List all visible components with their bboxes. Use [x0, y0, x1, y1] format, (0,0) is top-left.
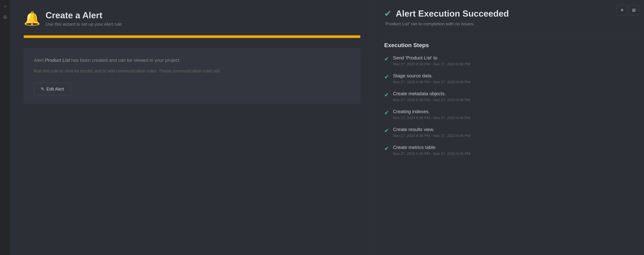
- step-content: Creating indexes. Nov 27, 2023 6:36 PM -…: [393, 109, 634, 120]
- progress-bar: [24, 35, 360, 38]
- header-text: Create a Alert Use this wizard to set up…: [46, 10, 123, 27]
- bell-icon: 🔔: [24, 11, 40, 26]
- page-subtitle: Use this wizard to set up your Alert rul…: [46, 22, 123, 27]
- step-time: Nov 27, 2023 6:36 PM - Nov 27, 2023 6:36…: [393, 134, 634, 138]
- panel-subtitle: 'Product List' ran to completion with no…: [384, 21, 634, 26]
- step-content: Stage source data. Nov 27, 2023 6:36 PM …: [393, 73, 634, 84]
- edit-alert-button[interactable]: ✎ Edit Alert: [34, 83, 71, 95]
- step-content: Create metadata objects. Nov 27, 2023 6:…: [393, 91, 634, 102]
- alert-message: Alert Product List has been created and …: [34, 56, 350, 64]
- panel-header: ✔ Alert Execution Succeeded: [384, 8, 634, 18]
- expand-icon[interactable]: »: [4, 4, 6, 9]
- step-content: Create results view. Nov 27, 2023 6:36 P…: [393, 127, 634, 138]
- progress-container: [24, 35, 360, 38]
- step-item: ✔ Stage source data. Nov 27, 2023 6:36 P…: [384, 73, 634, 84]
- step-check-icon: ✔: [384, 127, 389, 134]
- step-check-icon: ✔: [384, 109, 389, 116]
- step-time: Nov 27, 2023 6:36 PM - Nov 27, 2023 6:36…: [393, 62, 634, 66]
- step-check-icon: ✔: [384, 56, 389, 62]
- step-item: ✔ Create results view. Nov 27, 2023 6:36…: [384, 127, 634, 138]
- grid-button[interactable]: ⊞: [629, 5, 639, 15]
- sidebar: » ⊕: [0, 0, 10, 255]
- step-name: Create metadata objects.: [393, 91, 634, 96]
- step-check-icon: ✔: [384, 91, 389, 98]
- step-time: Nov 27, 2023 6:36 PM - Nov 27, 2023 6:36…: [393, 116, 634, 120]
- alert-subtext: Run this rule to view its results and to…: [34, 68, 350, 75]
- right-panel: ✕ ⊞ ✔ Alert Execution Succeeded 'Product…: [374, 0, 644, 255]
- step-item: ✔ Create metadata objects. Nov 27, 2023 …: [384, 91, 634, 102]
- close-icon: ✕: [620, 8, 624, 13]
- panel-title: Alert Execution Succeeded: [396, 8, 509, 18]
- step-content: Send 'Product List' to Nov 27, 2023 6:36…: [393, 55, 634, 66]
- step-name: Creating indexes.: [393, 109, 634, 114]
- execution-steps-list: ✔ Send 'Product List' to Nov 27, 2023 6:…: [384, 55, 634, 156]
- success-check-icon: ✔: [384, 8, 392, 18]
- steps-title: Execution Steps: [384, 42, 634, 48]
- step-content: Create metrics table. Nov 27, 2023 6:36 …: [393, 145, 634, 156]
- alert-box: Alert Product List has been created and …: [24, 48, 360, 104]
- step-check-icon: ✔: [384, 74, 389, 80]
- edit-button-label: Edit Alert: [46, 86, 64, 92]
- step-item: ✔ Create metrics table. Nov 27, 2023 6:3…: [384, 145, 634, 156]
- step-name: Stage source data.: [393, 73, 634, 78]
- close-button[interactable]: ✕: [617, 5, 627, 15]
- step-name: Create metrics table.: [393, 145, 634, 150]
- alert-message-suffix: has been created and can be viewed in yo…: [71, 58, 180, 63]
- edit-icon: ✎: [41, 86, 44, 92]
- step-time: Nov 27, 2023 6:36 PM - Nov 27, 2023 6:36…: [393, 98, 634, 102]
- step-time: Nov 27, 2023 6:36 PM - Nov 27, 2023 6:36…: [393, 152, 634, 156]
- step-name: Create results view.: [393, 127, 634, 132]
- main-content: 🔔 Create a Alert Use this wizard to set …: [10, 0, 374, 255]
- step-name: Send 'Product List' to: [393, 55, 634, 61]
- step-item: ✔ Send 'Product List' to Nov 27, 2023 6:…: [384, 55, 634, 66]
- step-item: ✔ Creating indexes. Nov 27, 2023 6:36 PM…: [384, 109, 634, 120]
- alert-product-name: Product List: [45, 58, 70, 63]
- add-icon[interactable]: ⊕: [3, 14, 8, 20]
- page-header: 🔔 Create a Alert Use this wizard to set …: [24, 10, 360, 27]
- step-time: Nov 27, 2023 6:36 PM - Nov 27, 2023 6:36…: [393, 80, 634, 84]
- grid-icon: ⊞: [632, 8, 636, 13]
- panel-divider: [384, 35, 634, 35]
- page-title: Create a Alert: [46, 10, 123, 20]
- step-check-icon: ✔: [384, 145, 389, 152]
- panel-actions: ✕ ⊞: [617, 5, 639, 15]
